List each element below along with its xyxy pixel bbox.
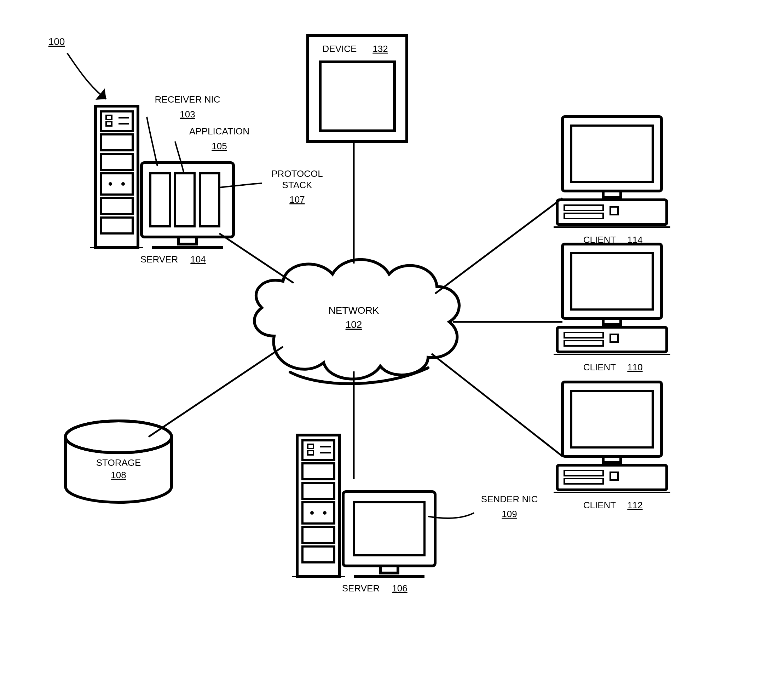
lead-receiver-nic bbox=[147, 117, 157, 166]
svg-rect-70 bbox=[557, 465, 667, 490]
svg-line-4 bbox=[148, 347, 283, 437]
svg-rect-69 bbox=[603, 456, 621, 463]
svg-rect-71 bbox=[564, 470, 603, 476]
server-104: SERVER 104 RECEIVER NIC 103 APPLICATION … bbox=[90, 94, 323, 265]
svg-line-3 bbox=[219, 233, 293, 283]
svg-rect-20 bbox=[101, 173, 133, 195]
svg-rect-62 bbox=[557, 327, 667, 352]
client-112: CLIENT 112 bbox=[553, 382, 670, 510]
server-104-monitor bbox=[142, 163, 233, 248]
client-112-ref: 112 bbox=[627, 500, 642, 510]
svg-rect-36 bbox=[308, 444, 313, 448]
client-110: CLIENT 110 bbox=[553, 244, 670, 372]
client-112-label: CLIENT bbox=[583, 500, 616, 510]
svg-rect-64 bbox=[564, 341, 603, 346]
svg-rect-23 bbox=[101, 198, 133, 214]
svg-rect-28 bbox=[150, 173, 170, 227]
svg-rect-45 bbox=[302, 527, 334, 543]
svg-point-22 bbox=[121, 182, 125, 186]
svg-line-8 bbox=[432, 354, 562, 456]
lead-application bbox=[175, 142, 184, 173]
protocol-stack-label1: PROTOCOL bbox=[271, 168, 323, 179]
svg-point-43 bbox=[310, 511, 314, 515]
svg-rect-24 bbox=[101, 218, 133, 233]
server-104-label: SERVER bbox=[140, 254, 178, 265]
svg-rect-59 bbox=[562, 244, 662, 318]
svg-rect-67 bbox=[562, 382, 662, 456]
svg-rect-55 bbox=[564, 205, 603, 210]
application-ref: 105 bbox=[212, 141, 227, 152]
client-110-ref: 110 bbox=[627, 362, 642, 372]
device: DEVICE 132 bbox=[308, 35, 407, 142]
server-106-tower bbox=[292, 435, 345, 577]
device-label: DEVICE bbox=[323, 43, 357, 54]
protocol-stack-label2: STACK bbox=[282, 180, 312, 190]
network-label: NETWORK bbox=[328, 305, 379, 316]
svg-rect-51 bbox=[562, 117, 662, 191]
svg-rect-60 bbox=[571, 253, 653, 310]
svg-point-32 bbox=[65, 421, 172, 453]
svg-rect-14 bbox=[106, 115, 112, 120]
svg-line-6 bbox=[435, 198, 562, 293]
svg-rect-30 bbox=[200, 173, 219, 227]
svg-rect-57 bbox=[610, 207, 618, 215]
svg-rect-68 bbox=[571, 391, 653, 447]
sender-nic-label: SENDER NIC bbox=[481, 494, 538, 504]
device-ref: 132 bbox=[372, 43, 388, 54]
svg-rect-18 bbox=[101, 134, 133, 150]
receiver-nic-ref: 103 bbox=[180, 109, 195, 120]
svg-point-21 bbox=[108, 182, 112, 186]
client-110-label: CLIENT bbox=[583, 362, 616, 372]
network-ref: 102 bbox=[346, 319, 362, 330]
lead-protocol-stack bbox=[219, 183, 262, 187]
svg-rect-54 bbox=[557, 200, 667, 225]
server-106-ref: 106 bbox=[392, 583, 407, 593]
svg-rect-15 bbox=[106, 122, 112, 126]
svg-rect-29 bbox=[175, 173, 195, 227]
svg-rect-42 bbox=[302, 502, 334, 523]
svg-rect-53 bbox=[603, 191, 621, 197]
svg-text:100: 100 bbox=[48, 36, 65, 47]
svg-rect-40 bbox=[302, 463, 334, 479]
server-106-label: SERVER bbox=[342, 583, 380, 593]
server-106: SERVER 106 SENDER NIC 109 bbox=[292, 435, 538, 593]
svg-point-44 bbox=[323, 511, 327, 515]
receiver-nic-label: RECEIVER NIC bbox=[155, 94, 220, 105]
svg-rect-72 bbox=[564, 478, 603, 484]
protocol-stack-ref: 107 bbox=[289, 194, 305, 205]
svg-rect-73 bbox=[610, 472, 618, 480]
server-106-monitor bbox=[343, 492, 435, 577]
application-label: APPLICATION bbox=[189, 126, 249, 137]
svg-rect-41 bbox=[302, 483, 334, 499]
svg-rect-46 bbox=[302, 547, 334, 562]
storage-label: STORAGE bbox=[96, 457, 141, 468]
svg-rect-61 bbox=[603, 318, 621, 325]
svg-rect-63 bbox=[564, 332, 603, 338]
client-114: CLIENT 114 bbox=[553, 117, 670, 245]
server-104-ref: 104 bbox=[190, 254, 205, 265]
svg-rect-37 bbox=[308, 451, 313, 455]
svg-rect-52 bbox=[571, 125, 653, 182]
svg-rect-48 bbox=[354, 502, 425, 555]
svg-rect-65 bbox=[610, 334, 618, 342]
storage-ref: 108 bbox=[111, 470, 126, 480]
sender-nic-ref: 109 bbox=[502, 508, 517, 519]
svg-rect-26 bbox=[178, 237, 196, 244]
svg-rect-56 bbox=[564, 213, 603, 218]
svg-rect-19 bbox=[101, 154, 133, 170]
server-104-tower bbox=[90, 106, 143, 248]
figure-ref: 100 bbox=[48, 36, 106, 100]
svg-rect-49 bbox=[380, 566, 398, 573]
svg-marker-1 bbox=[95, 88, 106, 100]
svg-rect-10 bbox=[320, 62, 394, 131]
